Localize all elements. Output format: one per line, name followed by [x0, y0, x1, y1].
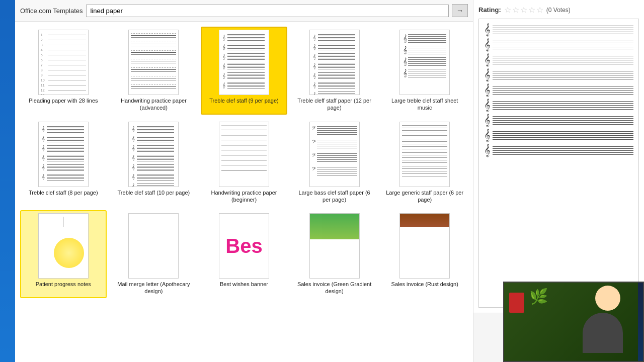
preview-staff-row: 𝄞	[484, 130, 633, 141]
staff-lines	[493, 116, 633, 125]
template-thumbnail: 𝄞𝄞𝄞𝄞𝄞𝄞𝄞𝄞	[309, 30, 360, 95]
template-item[interactable]: 𝄞𝄞𝄞𝄞𝄞𝄞𝄞𝄞Treble cleff staff paper (12 per…	[291, 27, 378, 115]
staff-line	[493, 49, 633, 49]
plant-icon: 🌿	[529, 288, 548, 305]
clef-symbol: 𝄞	[484, 69, 491, 80]
template-item[interactable]: BesBest wishes banner	[201, 210, 287, 298]
staff-line	[493, 34, 633, 34]
template-label: Pleading paper with 28 lines	[29, 97, 98, 104]
staff-lines	[493, 71, 633, 79]
clef-symbol: 𝄞	[484, 100, 491, 111]
staff-line	[493, 26, 633, 26]
staff-line	[493, 60, 633, 60]
template-label: Handwriting practice paper (advanced)	[114, 97, 194, 112]
staff-line	[493, 135, 633, 136]
template-item[interactable]: 𝄞𝄞𝄞𝄞Large treble clef staff sheet music	[381, 27, 468, 115]
staff-line	[493, 148, 633, 149]
template-item[interactable]: Sales invoice (Green Gradient design)	[291, 210, 378, 298]
staff-line	[493, 79, 633, 79]
video-thumbnail: 🌿	[503, 282, 644, 362]
staff-line	[493, 30, 633, 30]
staff-lines	[493, 86, 633, 95]
template-thumbnail: 𝄞𝄞𝄞𝄞𝄞𝄞	[38, 122, 89, 187]
right-panel: Rating: ☆ ☆ ☆ ☆ ☆ (0 Votes) 𝄞𝄞𝄞𝄞𝄞𝄞𝄞𝄞𝄞 W …	[473, 0, 644, 362]
template-item[interactable]: Handwriting practice paper (beginner)	[201, 119, 287, 207]
staff-lines	[493, 26, 633, 34]
preview-staff-row: 𝄞	[484, 39, 633, 50]
staff-lines	[493, 56, 633, 64]
rating-label: Rating:	[478, 6, 501, 14]
template-thumbnail	[399, 213, 450, 279]
staff-line	[493, 62, 633, 62]
template-label: Large treble clef staff sheet music	[384, 97, 465, 112]
sidebar-accent	[0, 0, 15, 362]
template-item[interactable]: 𝄢𝄢𝄢𝄢Large bass clef staff paper (6 per p…	[291, 119, 378, 207]
staff-line	[493, 139, 633, 140]
clef-symbol: 𝄞	[484, 115, 491, 126]
staff-line	[493, 105, 633, 106]
search-input[interactable]	[86, 5, 449, 17]
star-4[interactable]: ☆	[528, 5, 535, 15]
template-item[interactable]: 1234567891011121314Pleading paper with 2…	[20, 27, 107, 115]
preview-area: Rating: ☆ ☆ ☆ ☆ ☆ (0 Votes) 𝄞𝄞𝄞𝄞𝄞𝄞𝄞𝄞𝄞	[473, 0, 644, 313]
red-object	[509, 293, 524, 313]
template-thumbnail	[38, 213, 89, 279]
staff-line	[493, 58, 633, 58]
template-item[interactable]: 𝄞𝄞𝄞𝄞𝄞𝄞𝄞𝄞Treble clef staff (10 per page)	[111, 119, 197, 207]
template-label: Best wishes banner	[220, 281, 268, 288]
template-thumbnail: 𝄞𝄞𝄞𝄞𝄞𝄞	[219, 30, 269, 95]
template-label: Sales invoice (Rust design)	[391, 281, 458, 288]
preview-staff-row: 𝄞	[484, 54, 633, 65]
search-button[interactable]: →	[452, 4, 468, 17]
person-silhouette	[573, 286, 633, 361]
star-1[interactable]: ☆	[504, 5, 511, 15]
main-area: Office.com Templates → 12345678910111213…	[15, 0, 473, 362]
preview-staff-row: 𝄞	[484, 115, 633, 126]
template-item[interactable]: Patient progress notes	[20, 210, 107, 298]
clef-symbol: 𝄞	[484, 39, 491, 50]
template-item[interactable]: Handwriting practice paper (advanced)	[111, 27, 197, 115]
staff-line	[493, 75, 633, 75]
body	[583, 313, 623, 353]
staff-line	[493, 47, 633, 47]
staff-line	[493, 45, 633, 45]
template-item[interactable]: Sales invoice (Rust design)	[381, 210, 468, 298]
votes-text: (0 Votes)	[546, 7, 571, 14]
star-3[interactable]: ☆	[520, 5, 527, 15]
staff-line	[493, 107, 633, 108]
star-2[interactable]: ☆	[512, 5, 519, 15]
template-label: Sales invoice (Green Gradient design)	[294, 281, 375, 295]
staff-line	[493, 150, 633, 151]
template-item[interactable]: 𝄞𝄞𝄞𝄞𝄞𝄞Treble clef staff (8 per page)	[20, 119, 107, 207]
staff-line	[493, 103, 633, 104]
staff-line	[493, 77, 633, 77]
template-thumbnail	[399, 122, 450, 187]
staff-line	[493, 101, 633, 102]
rating-row: Rating: ☆ ☆ ☆ ☆ ☆ (0 Votes)	[478, 5, 639, 15]
staff-line	[493, 28, 633, 28]
staff-line	[493, 116, 633, 117]
template-thumbnail: 𝄞𝄞𝄞𝄞	[399, 30, 450, 95]
staff-lines	[493, 41, 633, 49]
staff-line	[493, 92, 633, 93]
template-label: Large bass clef staff paper (6 per page)	[294, 189, 375, 204]
video-bg: 🌿	[504, 283, 638, 361]
star-5[interactable]: ☆	[536, 5, 543, 15]
preview-staff-row: 𝄞	[484, 24, 633, 35]
staff-line	[493, 154, 633, 155]
template-item[interactable]: Mail merge letter (Apothecary design)	[111, 210, 197, 298]
staff-line	[493, 86, 633, 86]
staff-line	[493, 43, 633, 43]
template-item[interactable]: Large generic staff paper (6 per page)	[381, 119, 468, 207]
staff-line	[493, 131, 633, 132]
staff-line	[493, 146, 633, 147]
video-content: 🌿	[504, 283, 643, 361]
preview-staff-row: 𝄞	[484, 100, 633, 111]
template-label: Handwriting practice paper (beginner)	[204, 189, 284, 204]
template-thumbnail	[128, 213, 179, 279]
preview-staff-row: 𝄞	[484, 84, 633, 96]
template-item[interactable]: 𝄞𝄞𝄞𝄞𝄞𝄞Treble clef staff (9 per page)	[201, 27, 287, 115]
stars: ☆ ☆ ☆ ☆ ☆	[504, 5, 543, 15]
staff-line	[493, 32, 633, 32]
clef-symbol: 𝄞	[484, 54, 491, 65]
